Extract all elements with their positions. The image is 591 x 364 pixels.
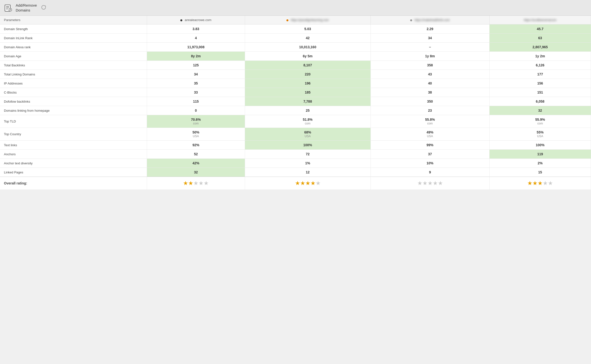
overall-rating-domain2: ★★★★★ xyxy=(245,177,370,190)
domain2-cell: 10,013,160 xyxy=(245,43,370,52)
col-header-domain2: https://paradigmlearning.com xyxy=(245,16,370,24)
param-cell: C-Blocks xyxy=(0,88,147,97)
domain4-cell: 156 xyxy=(489,79,591,88)
table-row: IP Addresses3519640156 xyxy=(0,79,591,88)
domain3-cell: – xyxy=(370,43,489,52)
domain4-cell: 6,126 xyxy=(489,61,591,70)
domain3-cell: 1y 8m xyxy=(370,52,489,61)
col-header-parameters: Parameters xyxy=(0,16,147,24)
domain2-cell: 12 xyxy=(245,168,370,177)
param-cell: Domain InLink Rank xyxy=(0,34,147,43)
table-row: Domain Age8y 2m6y 5m1y 8m1y 2m xyxy=(0,52,591,61)
table-row: Domain Strength3.835.032.2945.7 xyxy=(0,24,591,34)
col-header-domain1: annaleacrowe.com xyxy=(147,16,245,24)
table-row: Anchor text diversity42%1%10%2% xyxy=(0,159,591,168)
domain1-cell: 0 xyxy=(147,106,245,115)
overall-rating-domain4: ★★★★★ xyxy=(489,177,591,190)
domain1-cell: 35 xyxy=(147,79,245,88)
domain3-cell: 10% xyxy=(370,159,489,168)
domain1-cell: 34 xyxy=(147,70,245,79)
domain3-cell: 358 xyxy=(370,61,489,70)
param-cell: Linked Pages xyxy=(0,168,147,177)
domain2-cell: 51.8%com xyxy=(245,115,370,128)
domain3-cell: 23 xyxy=(370,106,489,115)
table-row: Domains linking from homepage0252332 xyxy=(0,106,591,115)
domain4-cell: 15 xyxy=(489,168,591,177)
comparison-table-wrapper: Parameters annaleacrowe.com https://para… xyxy=(0,16,591,190)
domain1-dot xyxy=(180,19,182,21)
overall-rating-domain3: ★★★★★ xyxy=(370,177,489,190)
table-row: Top Country50%USA68%USA49%USA55%USA xyxy=(0,128,591,141)
domain2-cell: 7,788 xyxy=(245,97,370,106)
domain3-cell: 40 xyxy=(370,79,489,88)
domain3-cell: 49%USA xyxy=(370,128,489,141)
param-cell: Anchor text diversity xyxy=(0,159,147,168)
domain4-cell: 45.7 xyxy=(489,24,591,34)
domain3-cell: 43 xyxy=(370,70,489,79)
domain4-cell: 2,807,965 xyxy=(489,43,591,52)
domain1-cell: 8y 2m xyxy=(147,52,245,61)
domain4-cell: 119 xyxy=(489,150,591,159)
domain1-cell: 92% xyxy=(147,141,245,150)
domain4-cell: 63 xyxy=(489,34,591,43)
domain3-label: https://makehealthinfo.com xyxy=(415,18,450,22)
param-cell: Dofollow backlinks xyxy=(0,97,147,106)
domain4-cell: 1y 2m xyxy=(489,52,591,61)
table-row: Linked Pages3212915 xyxy=(0,168,591,177)
domain1-cell: 42% xyxy=(147,159,245,168)
col-header-domain4: https://scottkeeversecom xyxy=(489,16,591,24)
domain3-cell: 55.8%com xyxy=(370,115,489,128)
domain3-cell: 350 xyxy=(370,97,489,106)
toolbar-title: Add/Remove Domains xyxy=(16,3,37,12)
domain4-label: https://scottkeeversecom xyxy=(524,18,556,22)
domain2-cell: 72 xyxy=(245,150,370,159)
domain3-cell: 38 xyxy=(370,88,489,97)
table-row: Domain Alexa rank11,973,00810,013,160–2,… xyxy=(0,43,591,52)
param-cell: Anchors xyxy=(0,150,147,159)
domain2-cell: 196 xyxy=(245,79,370,88)
domain4-cell: 151 xyxy=(489,88,591,97)
table-row: Total Backlinks1258,1073586,126 xyxy=(0,61,591,70)
param-cell: Domains linking from homepage xyxy=(0,106,147,115)
domain1-cell: 52 xyxy=(147,150,245,159)
domain2-cell: 42 xyxy=(245,34,370,43)
param-cell: Text links xyxy=(0,141,147,150)
param-cell: Top Country xyxy=(0,128,147,141)
domain4-cell: 55.9%com xyxy=(489,115,591,128)
domain1-cell: 50%USA xyxy=(147,128,245,141)
domain2-dot xyxy=(286,19,288,21)
domain1-cell: 33 xyxy=(147,88,245,97)
add-remove-domains-icon xyxy=(4,3,13,12)
refresh-icon[interactable] xyxy=(41,5,46,11)
table-row: Dofollow backlinks1157,7883506,058 xyxy=(0,97,591,106)
domain1-cell: 115 xyxy=(147,97,245,106)
domain2-cell: 68%USA xyxy=(245,128,370,141)
domain2-cell: 1% xyxy=(245,159,370,168)
table-row: Anchors527237119 xyxy=(0,150,591,159)
domain2-cell: 25 xyxy=(245,106,370,115)
domain4-cell: 177 xyxy=(489,70,591,79)
param-cell: Total Backlinks xyxy=(0,61,147,70)
table-row: C-Blocks3318538151 xyxy=(0,88,591,97)
param-cell: Total Linking Domains xyxy=(0,70,147,79)
col-header-domain3: https://makehealthinfo.com xyxy=(370,16,489,24)
domain1-cell: 11,973,008 xyxy=(147,43,245,52)
overall-rating-row: Overall rating:★★★★★★★★★★★★★★★★★★★★ xyxy=(0,177,591,190)
table-row: Top TLD70.6%com51.8%com55.8%com55.9%com xyxy=(0,115,591,128)
domain3-cell: 99% xyxy=(370,141,489,150)
domain4-cell: 55%USA xyxy=(489,128,591,141)
param-cell: Domain Age xyxy=(0,52,147,61)
domain4-cell: 32 xyxy=(489,106,591,115)
domain1-cell: 70.6%com xyxy=(147,115,245,128)
param-cell: Domain Alexa rank xyxy=(0,43,147,52)
domain1-cell: 3.83 xyxy=(147,24,245,34)
domain2-cell: 6y 5m xyxy=(245,52,370,61)
domain2-cell: 220 xyxy=(245,70,370,79)
domain1-cell: 125 xyxy=(147,61,245,70)
domain1-cell: 4 xyxy=(147,34,245,43)
toolbar: Add/Remove Domains xyxy=(0,0,591,16)
table-row: Text links92%100%99%100% xyxy=(0,141,591,150)
domain4-cell: 2% xyxy=(489,159,591,168)
comparison-table: Parameters annaleacrowe.com https://para… xyxy=(0,16,591,190)
domain4-cell: 6,058 xyxy=(489,97,591,106)
